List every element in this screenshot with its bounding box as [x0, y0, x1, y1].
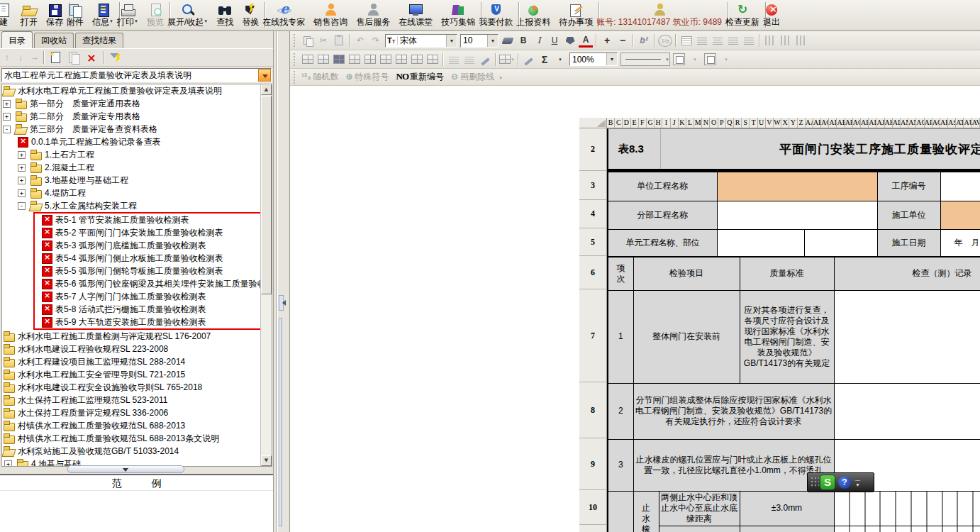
- column-header[interactable]: AI: [869, 118, 876, 128]
- expand-icon[interactable]: +: [3, 100, 11, 108]
- date-start-cell[interactable]: 年 月 日: [940, 229, 980, 257]
- unit-part-value-cell[interactable]: [717, 229, 804, 257]
- column-header[interactable]: AQ: [932, 118, 940, 128]
- column-header[interactable]: Q: [726, 118, 734, 128]
- tree-item[interactable]: 水利水电工程施工安全管理导则SL 721-2015: [2, 368, 260, 381]
- column-header[interactable]: P: [718, 118, 726, 128]
- expand-icon[interactable]: +: [4, 460, 12, 467]
- account-info[interactable]: 账号: 13141017487 筑业币: 9489: [592, 0, 726, 30]
- dropdown-arrow-icon[interactable]: ▼: [606, 53, 617, 65]
- scroll-up-button[interactable]: ▲: [261, 84, 272, 95]
- tree-item[interactable]: 表5-1 管节安装施工质量验收检测表: [35, 214, 260, 226]
- column-header[interactable]: C: [615, 118, 623, 128]
- tree-item[interactable]: 水利水电工程单元工程施工质量验收评定表及填表说明: [2, 84, 260, 97]
- construction-unit-value-cell[interactable]: [940, 201, 980, 229]
- tab-active[interactable]: 目录: [1, 31, 33, 48]
- column-header[interactable]: AP: [925, 118, 932, 128]
- toolbar-button-person-gray[interactable]: 售后服务: [352, 0, 394, 30]
- new-node-icon[interactable]: [50, 51, 62, 64]
- bold-button[interactable]: B: [516, 33, 530, 48]
- column-header[interactable]: AB: [813, 118, 821, 128]
- column-header[interactable]: G: [647, 118, 655, 128]
- toolbar-button-classroom[interactable]: 在线课堂: [394, 0, 437, 30]
- toolbar-button-ie[interactable]: 在线找专家: [258, 0, 309, 30]
- filter-icon[interactable]: [109, 51, 122, 64]
- toolbar-button-doc-new[interactable]: 建: [0, 0, 16, 30]
- tree-item[interactable]: 表5-6 弧形闸门铰座钢梁及其相关埋件安装施工质量验收检测表: [35, 277, 260, 290]
- row-header[interactable]: 8: [579, 382, 607, 438]
- column-header[interactable]: AH: [861, 118, 869, 128]
- row-header[interactable]: 3: [579, 171, 607, 200]
- toolbar-button-upload[interactable]: 上报资料: [512, 0, 555, 30]
- dropdown-arrow-icon[interactable]: ▼: [487, 35, 498, 47]
- column-header[interactable]: AE: [837, 118, 845, 128]
- row-header[interactable]: 11: [579, 525, 607, 532]
- italic-button[interactable]: I: [532, 33, 546, 48]
- ime-controls[interactable]: —▼: [855, 477, 860, 487]
- column-header[interactable]: AN: [908, 118, 916, 128]
- dropdown-arrow-icon[interactable]: ▼: [134, 19, 138, 23]
- column-header[interactable]: AU: [964, 118, 971, 128]
- column-header[interactable]: F: [639, 118, 647, 128]
- column-header[interactable]: AA: [806, 118, 813, 128]
- row-header[interactable]: 7: [579, 289, 607, 382]
- tree-item[interactable]: +第一部分 质量评定通用表格: [2, 97, 260, 110]
- column-header[interactable]: AM: [901, 118, 908, 128]
- column-header[interactable]: AL: [893, 118, 901, 128]
- tree-item[interactable]: 表5-5 弧形闸门侧轮导板施工质量验收检测表: [35, 265, 260, 277]
- column-header[interactable]: AF: [845, 118, 853, 128]
- column-header[interactable]: W: [774, 118, 781, 128]
- record-cells[interactable]: [834, 526, 980, 532]
- expand-icon[interactable]: +: [18, 164, 26, 172]
- record-cells[interactable]: [834, 491, 980, 526]
- toolbar-button-folder-open[interactable]: 打开: [16, 0, 42, 30]
- division-project-value-cell[interactable]: [717, 201, 877, 229]
- toolbar-button-person-orange[interactable]: 销售咨询: [309, 0, 352, 30]
- sogou-logo-icon[interactable]: S: [820, 475, 835, 489]
- column-header[interactable]: AO: [916, 118, 924, 128]
- row-header[interactable]: 4: [579, 200, 607, 228]
- toolbar-button-exit[interactable]: 退出: [759, 0, 784, 30]
- panel-collapse-handle[interactable]: [67, 465, 184, 473]
- column-header[interactable]: AV: [972, 118, 980, 128]
- tree-item[interactable]: -5.水工金属结构安装工程: [2, 199, 260, 212]
- toolbar-button-pay[interactable]: 我要付款: [474, 0, 517, 30]
- merge-cells-icon[interactable]: [332, 52, 346, 67]
- renumber-button[interactable]: NO重新编号: [396, 71, 445, 83]
- column-header[interactable]: AJ: [876, 118, 884, 128]
- unit-part-value-cell2[interactable]: [804, 229, 877, 257]
- column-header[interactable]: O: [710, 118, 718, 128]
- tree-item[interactable]: 水利水电建设工程验收规程SL 223-2008: [2, 343, 260, 355]
- tree-item[interactable]: -第三部分 质量评定备查资料表格: [2, 123, 260, 135]
- tree-item[interactable]: 表5-7 人字闸门门体施工质量验收检测表: [35, 290, 260, 303]
- tab-inactive[interactable]: 回收站: [34, 33, 74, 48]
- tab-inactive[interactable]: 查找结果: [75, 33, 123, 48]
- scroll-down-button[interactable]: ▼: [261, 455, 272, 466]
- process-number-value-cell[interactable]: [940, 172, 980, 201]
- tree-item[interactable]: 水利工程建设项目施工监理规范SL 288-2014: [2, 355, 260, 368]
- input-method-bar[interactable]: S ? —▼: [807, 472, 874, 492]
- tree-scrollbar[interactable]: ▲ ▼: [260, 84, 272, 466]
- unit-project-value-cell[interactable]: [717, 172, 877, 201]
- collapse-icon[interactable]: -: [18, 202, 26, 210]
- column-header[interactable]: Z: [798, 118, 806, 128]
- fill-color-icon[interactable]: [563, 33, 577, 48]
- toolbar-button-printer[interactable]: 打印▼: [113, 0, 143, 30]
- shading-color-dropdown-icon[interactable]: ▼: [719, 52, 733, 67]
- row-header[interactable]: 5: [579, 228, 607, 256]
- sidebar-splitter[interactable]: [274, 31, 289, 532]
- column-header[interactable]: I: [662, 118, 670, 128]
- underline-button[interactable]: U: [547, 33, 562, 48]
- decrease-button[interactable]: −: [616, 33, 630, 48]
- scrollbar-thumb[interactable]: [261, 96, 272, 294]
- column-header[interactable]: AC: [821, 118, 829, 128]
- line-style-select[interactable]: ▼: [620, 52, 670, 66]
- dropdown-arrow-icon[interactable]: ▼: [204, 19, 208, 23]
- font-color-button[interactable]: A: [579, 33, 593, 48]
- column-header[interactable]: X: [781, 118, 789, 128]
- toolbar-grip[interactable]: [294, 34, 296, 47]
- toolbar-button-binoculars[interactable]: 查找: [212, 0, 238, 30]
- record-cell[interactable]: [834, 383, 980, 439]
- column-header[interactable]: E: [631, 118, 639, 128]
- tree-item[interactable]: 表5-8 活动式拦污栅施工质量验收检测表: [35, 303, 260, 316]
